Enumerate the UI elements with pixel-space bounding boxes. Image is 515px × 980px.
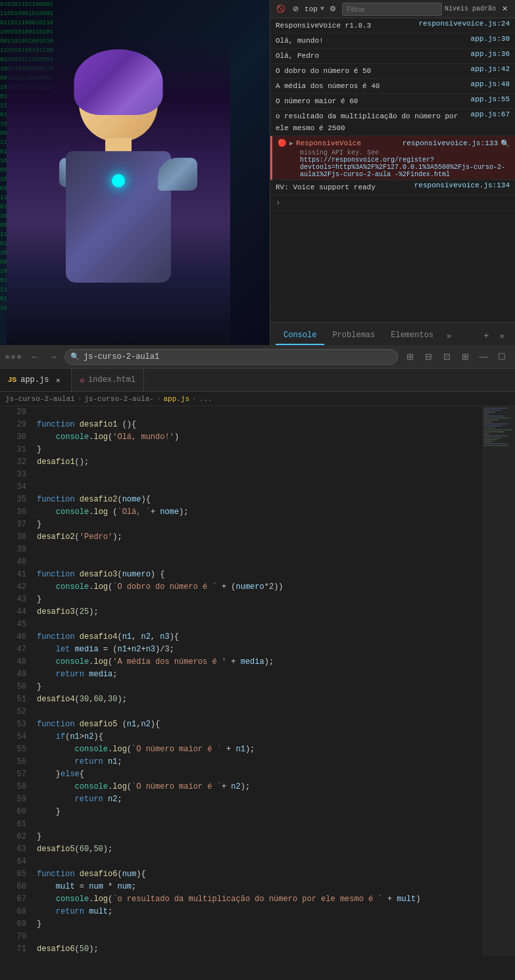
nav-forward-button[interactable]: → bbox=[46, 350, 61, 364]
mm-line-3 bbox=[483, 411, 495, 413]
settings-button[interactable]: ⚙ bbox=[327, 3, 339, 16]
breadcrumb-root[interactable]: js-curso-2-aula1 bbox=[5, 395, 75, 403]
breadcrumb: js-curso-2-aula1 › js-curso-2-aula- › ap… bbox=[0, 392, 515, 406]
mm-line-11 bbox=[483, 427, 495, 429]
console-link-7[interactable]: app.js:67 bbox=[471, 110, 510, 118]
ln-71: 71 bbox=[0, 943, 26, 956]
nav-back-button[interactable]: ← bbox=[28, 350, 42, 364]
breadcrumb-file[interactable]: app.js bbox=[163, 395, 189, 403]
console-text-3: Olá, Pedro bbox=[276, 50, 466, 62]
ln-52: 52 bbox=[0, 706, 26, 718]
clear-console-button[interactable]: 🚫 bbox=[274, 3, 287, 16]
error-search-btn[interactable]: 🔍 bbox=[501, 139, 510, 148]
mm-line-5 bbox=[483, 415, 504, 417]
console-text-7: o resultado da multiplicação do número p… bbox=[276, 110, 466, 134]
grid-btn[interactable]: ⊞ bbox=[457, 349, 473, 365]
console-line-9: RV: Voice support ready responsivevoice.… bbox=[270, 180, 515, 195]
console-link-6[interactable]: app.js:55 bbox=[471, 95, 510, 103]
code-line-40 bbox=[37, 556, 482, 569]
ln-30: 30 bbox=[0, 431, 26, 444]
tab-problems[interactable]: Problemas bbox=[324, 327, 383, 345]
ln-31: 31 bbox=[0, 444, 26, 456]
split-v-btn[interactable]: ⊡ bbox=[439, 349, 454, 365]
mm-line-2 bbox=[483, 409, 502, 411]
console-chevron-right: › bbox=[276, 198, 281, 208]
error-expand-btn[interactable]: ▶ bbox=[289, 139, 293, 147]
code-line-70 bbox=[37, 931, 482, 943]
nav-dot-1 bbox=[5, 355, 9, 359]
tab-console[interactable]: Console bbox=[276, 327, 324, 345]
error-message: missing API key. See bbox=[300, 149, 379, 156]
close-devtools-button[interactable]: ✕ bbox=[499, 3, 511, 16]
console-line-4: O dobro do número é 50 app.js:42 bbox=[270, 64, 515, 79]
error-text: ResponsiveVoice bbox=[296, 137, 403, 149]
code-line-71: desafio6(50); bbox=[37, 943, 482, 956]
preview-area: 010101101100001 110010001010001 01101110… bbox=[0, 0, 270, 345]
split-h-btn[interactable]: ⊟ bbox=[420, 349, 436, 365]
editor-tab-appjs[interactable]: JS app.js ✕ bbox=[0, 368, 72, 391]
url-bar[interactable]: 🔍 js-curso-2-aula1 bbox=[64, 349, 398, 365]
error-content: ▶ ResponsiveVoice responsivevoice.js:133… bbox=[289, 137, 510, 178]
character-image bbox=[7, 36, 230, 345]
ln-28: 28 bbox=[0, 406, 26, 419]
console-filter-input[interactable] bbox=[342, 3, 442, 16]
error-url-link[interactable]: https://responsvoice.org/register?devtoo… bbox=[300, 156, 505, 178]
ln-46: 46 bbox=[0, 631, 26, 643]
editor-tabs: JS app.js ✕ ◇ index.html bbox=[0, 369, 515, 392]
tab-add-btn[interactable]: + bbox=[478, 327, 494, 345]
browser-nav-bar: ← → 🔍 js-curso-2-aula1 ⊞ ⊟ ⊡ ⊞ — ☐ bbox=[0, 345, 515, 369]
error-link[interactable]: responsivevoice.js:133 bbox=[403, 139, 498, 147]
code-line-52 bbox=[37, 706, 482, 718]
html-file-icon: ◇ bbox=[80, 376, 84, 385]
search-icon: 🔍 bbox=[70, 352, 80, 361]
ln-37: 37 bbox=[0, 519, 26, 531]
console-link-1[interactable]: responsivevoice.js:24 bbox=[418, 20, 510, 28]
console-text-5: A média dos números é 40 bbox=[276, 80, 466, 92]
ln-51: 51 bbox=[0, 693, 26, 706]
ln-43: 43 bbox=[0, 594, 26, 606]
tab-more-btn[interactable]: » bbox=[441, 328, 456, 345]
mm-line-12 bbox=[483, 429, 512, 431]
breadcrumb-symbol[interactable]: ... bbox=[199, 395, 212, 403]
filter-button[interactable]: ⊘ bbox=[289, 3, 302, 16]
minimap[interactable] bbox=[482, 406, 515, 956]
console-text-4: O dobro do número é 50 bbox=[276, 65, 466, 77]
minimize-btn[interactable]: — bbox=[476, 349, 491, 365]
url-text: js-curso-2-aula1 bbox=[84, 352, 159, 362]
code-line-56: return n1; bbox=[37, 756, 482, 768]
console-link-2[interactable]: app.js:30 bbox=[471, 35, 510, 43]
code-content-area[interactable]: function desafio1 (){ console.log('Olá, … bbox=[32, 406, 482, 956]
console-link-4[interactable]: app.js:42 bbox=[471, 65, 510, 73]
code-editor: 28 29 30 31 32 33 34 35 36 37 38 39 40 4… bbox=[0, 406, 515, 956]
editor-tab-indexhtml[interactable]: ◇ index.html bbox=[72, 368, 144, 391]
console-line-5: A média dos números é 40 app.js:48 bbox=[270, 79, 515, 94]
ln-36: 36 bbox=[0, 506, 26, 519]
console-link-5[interactable]: app.js:48 bbox=[471, 80, 510, 88]
console-link-3[interactable]: app.js:36 bbox=[471, 50, 510, 58]
code-line-49: return media; bbox=[37, 668, 482, 681]
ln-50: 50 bbox=[0, 681, 26, 693]
devtools-close-btn[interactable]: ✕ bbox=[495, 327, 510, 345]
console-line-3: Olá, Pedro app.js:36 bbox=[270, 49, 515, 64]
code-line-44: desafio3(25); bbox=[37, 606, 482, 618]
ln-70: 70 bbox=[0, 931, 26, 943]
console-text-9: RV: Voice support ready bbox=[276, 181, 409, 193]
ln-57: 57 bbox=[0, 768, 26, 781]
breadcrumb-sep-1: › bbox=[78, 395, 82, 403]
mm-line-18 bbox=[483, 441, 493, 442]
code-line-35: function desafio2(nome){ bbox=[37, 494, 482, 506]
ln-62: 62 bbox=[0, 831, 26, 843]
maximize-btn[interactable]: ☐ bbox=[494, 349, 510, 365]
code-line-29: function desafio1 (){ bbox=[37, 419, 482, 431]
split-view-btn[interactable]: ⊞ bbox=[402, 349, 418, 365]
code-line-54: if(n1>n2){ bbox=[37, 731, 482, 743]
tab-close-appjs[interactable]: ✕ bbox=[53, 375, 63, 385]
console-link-9[interactable]: responsivevoice.js:134 bbox=[414, 181, 510, 189]
ln-48: 48 bbox=[0, 656, 26, 668]
breadcrumb-folder[interactable]: js-curso-2-aula- bbox=[84, 395, 154, 403]
ln-33: 33 bbox=[0, 469, 26, 481]
tab-elementos[interactable]: Elementos bbox=[383, 327, 441, 345]
nav-right-icons: ⊞ ⊟ ⊡ ⊞ — ☐ bbox=[402, 349, 510, 365]
context-selector[interactable]: top bbox=[305, 5, 318, 13]
code-line-62: } bbox=[37, 831, 482, 843]
